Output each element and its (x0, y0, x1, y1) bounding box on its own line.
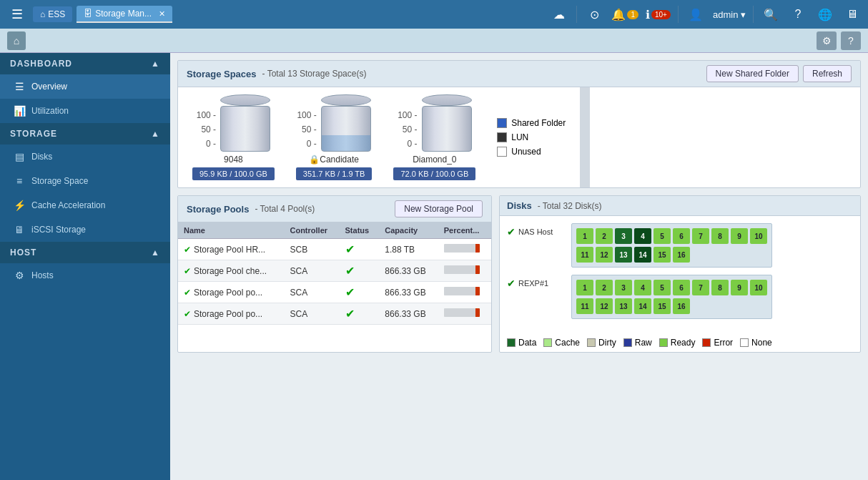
rexp-disk-7[interactable]: 7 (692, 280, 709, 295)
user-icon[interactable]: 👤 (686, 4, 706, 24)
home-tab[interactable]: ⌂ ESS (33, 6, 72, 22)
storage-bar-label-9048: 95.9 KB / 100.0 GB (192, 167, 275, 180)
pool-row-2-ok-icon: ✔ (345, 265, 355, 277)
nas-disk-9[interactable]: 9 (731, 228, 748, 244)
clock-icon[interactable]: ⊙ (584, 4, 604, 24)
nas-disk-13[interactable]: 13 (615, 247, 632, 263)
rexp-row1: 1 2 3 4 5 6 7 8 9 10 (576, 280, 767, 295)
pool-row-1[interactable]: ✔Storage Pool HR... SCB ✔ 1.88 TB (178, 239, 491, 260)
rexp-disk-5[interactable]: 5 (654, 280, 671, 295)
sidebar-dashboard-section[interactable]: DASHBOARD ▲ (0, 53, 170, 74)
notif-area[interactable]: 🔔 1 (611, 8, 638, 21)
nas-row2: 11 12 13 14 15 16 (576, 247, 767, 263)
content-area: Storage Spaces - Total 13 Storage Space(… (170, 53, 868, 480)
legend-lun-box (497, 132, 507, 142)
storage-tab[interactable]: 🗄 Storage Man... ✕ (77, 6, 172, 23)
monitor-icon[interactable]: 🖥 (842, 4, 862, 24)
sidebar-storage-section[interactable]: STORAGE ▲ (0, 123, 170, 145)
rexp-disk-11[interactable]: 11 (576, 298, 593, 314)
sidebar-item-utilization[interactable]: 📊 Utilization (0, 99, 170, 123)
pool-row-2-status-icon: ✔ (184, 266, 191, 276)
notif2-area[interactable]: ℹ 10+ (646, 8, 671, 21)
nas-disk-2[interactable]: 2 (596, 228, 613, 244)
rexp-disk-6[interactable]: 6 (673, 280, 690, 295)
storage-spaces-scrollbar[interactable] (580, 87, 590, 187)
legend-cache: Cache (543, 338, 580, 348)
pool-row-3[interactable]: ✔Storage Pool po... SCA ✔ 866.33 GB (178, 282, 491, 303)
help-icon[interactable]: ? (788, 4, 808, 24)
nas-disk-16[interactable]: 16 (673, 247, 690, 263)
nas-disk-4[interactable]: 4 (634, 228, 651, 244)
pool-table-header-row: Name Controller Status Capacity Percent.… (178, 222, 491, 239)
nas-disk-6[interactable]: 6 (673, 228, 690, 244)
storage-spaces-legend: Shared Folder LUN Unused (497, 118, 566, 157)
nas-host-status: ✔ NAS Host (507, 223, 571, 237)
nas-disk-7[interactable]: 7 (692, 228, 709, 244)
rexp-disk-2[interactable]: 2 (596, 280, 613, 295)
nas-disk-8[interactable]: 8 (711, 228, 729, 244)
rexp-disk-13[interactable]: 13 (615, 298, 632, 314)
nas-disk-3[interactable]: 3 (615, 228, 632, 244)
cloud-icon[interactable]: ☁ (549, 4, 569, 24)
rexp-row2: 11 12 13 14 15 16 (576, 298, 767, 314)
rexp-disk-10[interactable]: 10 (750, 280, 767, 295)
disks-icon: ▤ (13, 151, 26, 162)
nas-disk-5[interactable]: 5 (654, 228, 671, 244)
rexp-disk-16[interactable]: 16 (673, 298, 690, 314)
cylinder-body-diamond (422, 106, 472, 152)
storage-space-label: Storage Space (31, 176, 88, 186)
pool-row-2[interactable]: ✔Storage Pool che... SCA ✔ 866.33 GB (178, 260, 491, 282)
pool-row-4[interactable]: ✔Storage Pool po... SCA ✔ 866.33 GB (178, 303, 491, 325)
close-tab-icon[interactable]: ✕ (159, 9, 165, 19)
divider3 (753, 6, 754, 23)
nas-disk-14[interactable]: 14 (634, 247, 651, 263)
sidebar-item-hosts[interactable]: ⚙ Hosts (0, 263, 170, 288)
disks-panel: Disks - Total 32 Disk(s) ✔ NAS Host 1 (499, 195, 861, 353)
sidebar-item-storage-space[interactable]: ≡ Storage Space (0, 169, 170, 193)
nas-disk-12[interactable]: 12 (596, 247, 613, 263)
nas-disk-10[interactable]: 10 (750, 228, 767, 244)
new-storage-pool-button[interactable]: New Storage Pool (395, 200, 483, 217)
rexp-host-ok-icon: ✔ (507, 278, 516, 289)
rexp-disk-4[interactable]: 4 (634, 280, 651, 295)
new-shared-folder-button[interactable]: New Shared Folder (706, 65, 799, 82)
user-label[interactable]: admin ▾ (713, 9, 746, 20)
storage-bar-label-diamond: 72.0 KB / 100.0 GB (393, 167, 475, 180)
nas-disk-15[interactable]: 15 (654, 247, 671, 263)
pool-row-2-status: ✔ (340, 260, 380, 282)
storage-spaces-title: Storage Spaces (187, 69, 257, 79)
storage-spaces-content: 100 - 50 - 0 - 9048 (178, 87, 580, 187)
legend-none-label: None (751, 338, 772, 348)
rexp-disk-1[interactable]: 1 (576, 280, 593, 295)
rexp-disk-15[interactable]: 15 (654, 298, 671, 314)
cylinder-9048 (220, 95, 270, 152)
nas-disk-1[interactable]: 1 (576, 228, 593, 244)
sidebar: DASHBOARD ▲ ☰ Overview 📊 Utilization STO… (0, 53, 170, 480)
menu-icon[interactable]: ☰ (6, 4, 29, 25)
sidebar-item-cache[interactable]: ⚡ Cache Acceleration (0, 193, 170, 217)
home-subbar-icon[interactable]: ⌂ (7, 31, 26, 50)
help-subbar-btn[interactable]: ? (841, 31, 861, 50)
cylinder-scale-diamond: 100 - 50 - 0 - (398, 110, 417, 152)
search-icon[interactable]: 🔍 (761, 4, 781, 24)
nas-disk-11[interactable]: 11 (576, 247, 593, 263)
hosts-label: Hosts (31, 270, 54, 280)
rexp-disk-12[interactable]: 12 (596, 298, 613, 314)
refresh-button[interactable]: Refresh (803, 65, 852, 82)
sidebar-item-disks[interactable]: ▤ Disks (0, 145, 170, 169)
pool-col-capacity: Capacity (379, 222, 438, 239)
iscsi-label: iSCSI Storage (31, 225, 86, 235)
cylinder-top-9048 (220, 94, 270, 106)
rexp-disk-8[interactable]: 8 (711, 280, 729, 295)
settings-subbar-btn[interactable]: ⚙ (817, 31, 837, 50)
pool-row-4-pct (438, 303, 491, 325)
rexp-disk-3[interactable]: 3 (615, 280, 632, 295)
globe-icon[interactable]: 🌐 (815, 4, 835, 24)
legend-data-box (507, 338, 516, 347)
sidebar-host-section[interactable]: HOST ▲ (0, 242, 170, 263)
rexp-disk-14[interactable]: 14 (634, 298, 651, 314)
legend-none: None (740, 338, 772, 348)
sidebar-item-overview[interactable]: ☰ Overview (0, 74, 170, 99)
rexp-disk-9[interactable]: 9 (731, 280, 748, 295)
sidebar-item-iscsi[interactable]: 🖥 iSCSI Storage (0, 217, 170, 242)
